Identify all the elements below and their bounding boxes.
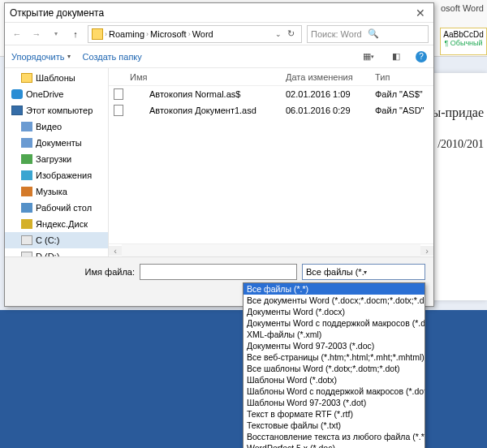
filter-option[interactable]: XML-файлы (*.xml) <box>244 329 425 340</box>
tree-item[interactable]: Изображения <box>5 167 108 183</box>
filename-label: Имя файла: <box>13 267 135 277</box>
toolbar: Упорядочить ▾ Создать папку ▦ ▾ ◧ ? <box>5 45 433 68</box>
col-name[interactable]: Имя <box>109 72 281 82</box>
tree-item[interactable]: Загрузки <box>5 151 108 167</box>
address-dropdown-button[interactable]: ⌄ <box>275 30 282 38</box>
filter-option[interactable]: Текст в формате RTF (*.rtf) <box>244 408 425 420</box>
tree-item-label: Рабочий стол <box>36 203 92 213</box>
preview-pane-button[interactable]: ◧ <box>388 50 404 63</box>
file-row[interactable]: Автокопия Normal.as$02.01.2016 1:09Файл … <box>109 86 433 102</box>
file-type-dropdown[interactable]: Все файлы (*.*)Все документы Word (*.doc… <box>243 282 425 448</box>
file-date: 06.01.2016 0:29 <box>281 106 370 115</box>
breadcrumb-item[interactable]: Roaming <box>109 29 144 39</box>
recent-locations-button[interactable]: ▾ <box>49 27 63 41</box>
filter-option[interactable]: Все веб-страницы (*.htm;*.html;*.mht;*.m… <box>244 351 425 363</box>
tree-item-icon <box>21 187 32 196</box>
tree-item[interactable]: Этот компьютер <box>5 102 108 118</box>
filter-option[interactable]: WordPerfect 5.x (*.doc) <box>244 442 425 448</box>
forward-button: → <box>29 27 44 41</box>
back-button[interactable]: ← <box>10 27 24 41</box>
nav-bar: ← → ▾ ↑ › Roaming › Microsoft › Word ⌄ ↻… <box>5 23 433 45</box>
filter-option[interactable]: Шаблоны Word с поддержкой макросов (*.do… <box>244 386 425 397</box>
filter-option[interactable]: Все шаблоны Word (*.dotx;*.dotm;*.dot) <box>244 363 425 374</box>
tree-item[interactable]: Видео <box>5 118 108 135</box>
file-type: Файл "AS$" <box>370 89 433 99</box>
filter-option[interactable]: Документы Word (*.docx) <box>244 306 425 317</box>
address-bar[interactable]: › Roaming › Microsoft › Word ⌄ ↻ <box>88 25 302 43</box>
scroll-track[interactable] <box>122 244 420 256</box>
filter-option[interactable]: Все файлы (*.*) <box>244 283 425 295</box>
file-icon <box>114 88 123 100</box>
filter-option[interactable]: Шаблоны Word (*.dotx) <box>244 374 425 386</box>
column-headers: Имя Дата изменения Тип <box>109 68 433 86</box>
breadcrumb-item[interactable]: Word <box>192 29 213 39</box>
tree-item[interactable]: Документы <box>5 135 108 151</box>
col-date[interactable]: Дата изменения <box>281 72 370 82</box>
chevron-down-icon[interactable]: ▾ <box>364 269 421 276</box>
tree-item-label: Яндекс.Диск <box>36 219 88 229</box>
refresh-button[interactable]: ↻ <box>283 28 298 39</box>
chevron-right-icon: › <box>105 30 107 38</box>
file-name: Автокопия Документ1.asd <box>128 106 281 115</box>
file-row[interactable]: Автокопия Документ1.asd06.01.2016 0:29Фа… <box>109 102 433 118</box>
filter-option[interactable]: Все документы Word (*.docx;*.docm;*.dotx… <box>244 295 425 306</box>
filter-option[interactable]: Шаблоны Word 97-2003 (*.dot) <box>244 397 425 408</box>
tree-item-label: D (D:) <box>36 252 59 256</box>
col-type[interactable]: Тип <box>370 72 433 82</box>
up-button[interactable]: ↑ <box>68 27 83 41</box>
tree-item-icon <box>21 73 32 83</box>
help-button[interactable]: ? <box>416 51 427 62</box>
file-date: 02.01.2016 1:09 <box>281 89 370 99</box>
scroll-left-button[interactable]: ‹ <box>109 246 122 256</box>
tree-item-label: Шаблоны <box>36 73 75 83</box>
file-list[interactable]: Имя Дата изменения Тип Автокопия Normal.… <box>109 68 433 256</box>
tree-item[interactable]: OneDrive <box>5 86 108 102</box>
tree-item[interactable]: Музыка <box>5 183 108 200</box>
tree-item-label: Музыка <box>36 187 67 196</box>
breadcrumb-item[interactable]: Microsoft <box>150 29 187 39</box>
tree-item[interactable]: D (D:) <box>5 248 108 256</box>
tree-item-icon <box>11 106 23 115</box>
dialog-title: Открытие документа <box>10 7 412 19</box>
dialog-titlebar: Открытие документа ✕ <box>5 3 433 23</box>
filter-option[interactable]: Документы Word 97-2003 (*.doc) <box>244 340 425 351</box>
tree-item-icon <box>21 203 32 213</box>
tree-item[interactable]: Рабочий стол <box>5 200 108 216</box>
file-type-filter[interactable]: Все файлы (*.*) ▾ <box>302 264 425 280</box>
tree-item-icon <box>21 154 32 164</box>
tree-item-icon <box>21 219 32 229</box>
folder-icon <box>92 28 103 40</box>
navigation-tree[interactable]: ШаблоныOneDriveЭтот компьютерВидеоДокуме… <box>5 68 109 256</box>
scroll-right-button[interactable]: › <box>420 246 433 256</box>
chevron-right-icon: › <box>188 30 191 38</box>
tree-item[interactable]: Шаблоны <box>5 70 108 86</box>
filter-option[interactable]: Текстовые файлы (*.txt) <box>244 420 425 431</box>
filter-option[interactable]: Восстановление текста из любого файла (*… <box>244 431 425 442</box>
tree-item-label: Этот компьютер <box>26 106 93 115</box>
tree-item-icon <box>21 138 32 148</box>
tree-item[interactable]: C (C:) <box>5 232 108 248</box>
search-placeholder: Поиск: Word <box>311 29 368 39</box>
doc-text-fragment: /2010/201 <box>437 138 484 151</box>
filename-input[interactable] <box>140 264 297 280</box>
filter-option[interactable]: Документы Word с поддержкой макросов (*.… <box>244 317 425 329</box>
tree-item-label: Видео <box>36 122 62 131</box>
doc-text-fragment: ы-придае <box>432 106 484 120</box>
search-icon[interactable]: 🔍 <box>368 28 425 39</box>
close-button[interactable]: ✕ <box>412 6 429 19</box>
tree-item-label: C (C:) <box>36 235 59 245</box>
filter-selected-text: Все файлы (*.*) <box>306 267 364 277</box>
new-folder-button[interactable]: Создать папку <box>82 52 141 62</box>
tree-item-label: Загрузки <box>36 154 71 164</box>
tree-item[interactable]: Яндекс.Диск <box>5 216 108 232</box>
organize-menu[interactable]: Упорядочить <box>11 52 64 62</box>
search-box[interactable]: Поиск: Word 🔍 <box>307 25 429 43</box>
tree-item-label: Документы <box>36 138 82 148</box>
style-preview-text: AaBbCcDd <box>441 30 486 39</box>
horizontal-scrollbar[interactable]: ‹ › <box>109 243 433 256</box>
chevron-right-icon: › <box>146 30 149 38</box>
view-options-button[interactable]: ▦ ▾ <box>360 50 377 63</box>
style-gallery-item[interactable]: AaBbCcDd ¶ Обычный <box>440 28 487 55</box>
chevron-down-icon[interactable]: ▾ <box>67 53 71 60</box>
tree-item-icon <box>11 89 23 99</box>
